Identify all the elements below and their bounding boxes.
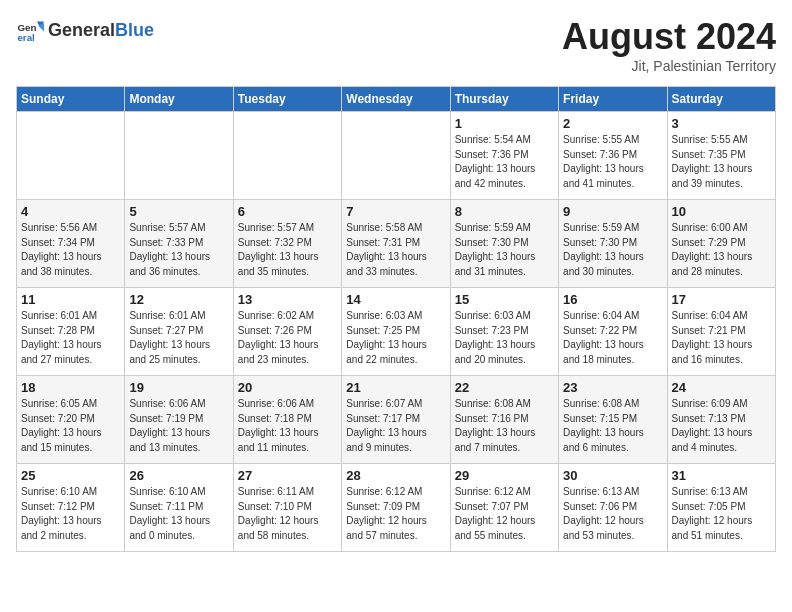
day-info: Sunrise: 6:03 AM Sunset: 7:25 PM Dayligh…: [346, 309, 445, 367]
day-info: Sunrise: 6:00 AM Sunset: 7:29 PM Dayligh…: [672, 221, 771, 279]
day-number: 2: [563, 116, 662, 131]
weekday-header-friday: Friday: [559, 87, 667, 112]
day-info: Sunrise: 6:13 AM Sunset: 7:05 PM Dayligh…: [672, 485, 771, 543]
day-number: 30: [563, 468, 662, 483]
day-info: Sunrise: 5:58 AM Sunset: 7:31 PM Dayligh…: [346, 221, 445, 279]
calendar-cell: 19Sunrise: 6:06 AM Sunset: 7:19 PM Dayli…: [125, 376, 233, 464]
day-number: 8: [455, 204, 554, 219]
day-number: 11: [21, 292, 120, 307]
day-number: 29: [455, 468, 554, 483]
day-number: 6: [238, 204, 337, 219]
weekday-header-wednesday: Wednesday: [342, 87, 450, 112]
day-number: 1: [455, 116, 554, 131]
calendar-cell: 18Sunrise: 6:05 AM Sunset: 7:20 PM Dayli…: [17, 376, 125, 464]
calendar-cell: 6Sunrise: 5:57 AM Sunset: 7:32 PM Daylig…: [233, 200, 341, 288]
calendar-cell: 14Sunrise: 6:03 AM Sunset: 7:25 PM Dayli…: [342, 288, 450, 376]
day-number: 7: [346, 204, 445, 219]
calendar-cell: 17Sunrise: 6:04 AM Sunset: 7:21 PM Dayli…: [667, 288, 775, 376]
day-number: 9: [563, 204, 662, 219]
logo-general-text: General: [48, 20, 115, 40]
day-info: Sunrise: 5:59 AM Sunset: 7:30 PM Dayligh…: [455, 221, 554, 279]
day-number: 18: [21, 380, 120, 395]
calendar-week-row: 4Sunrise: 5:56 AM Sunset: 7:34 PM Daylig…: [17, 200, 776, 288]
day-number: 15: [455, 292, 554, 307]
weekday-header-sunday: Sunday: [17, 87, 125, 112]
calendar-cell: 28Sunrise: 6:12 AM Sunset: 7:09 PM Dayli…: [342, 464, 450, 552]
day-number: 20: [238, 380, 337, 395]
calendar-cell: 26Sunrise: 6:10 AM Sunset: 7:11 PM Dayli…: [125, 464, 233, 552]
calendar-cell: 20Sunrise: 6:06 AM Sunset: 7:18 PM Dayli…: [233, 376, 341, 464]
calendar-cell: 25Sunrise: 6:10 AM Sunset: 7:12 PM Dayli…: [17, 464, 125, 552]
calendar-cell: 2Sunrise: 5:55 AM Sunset: 7:36 PM Daylig…: [559, 112, 667, 200]
month-year: August 2024: [562, 16, 776, 58]
day-info: Sunrise: 6:10 AM Sunset: 7:12 PM Dayligh…: [21, 485, 120, 543]
calendar-cell: [125, 112, 233, 200]
day-number: 4: [21, 204, 120, 219]
calendar-cell: 9Sunrise: 5:59 AM Sunset: 7:30 PM Daylig…: [559, 200, 667, 288]
calendar-cell: 4Sunrise: 5:56 AM Sunset: 7:34 PM Daylig…: [17, 200, 125, 288]
day-number: 27: [238, 468, 337, 483]
day-info: Sunrise: 6:12 AM Sunset: 7:09 PM Dayligh…: [346, 485, 445, 543]
svg-text:eral: eral: [17, 32, 35, 43]
day-info: Sunrise: 6:04 AM Sunset: 7:21 PM Dayligh…: [672, 309, 771, 367]
day-number: 22: [455, 380, 554, 395]
day-number: 3: [672, 116, 771, 131]
day-number: 12: [129, 292, 228, 307]
calendar-cell: 29Sunrise: 6:12 AM Sunset: 7:07 PM Dayli…: [450, 464, 558, 552]
calendar-cell: 10Sunrise: 6:00 AM Sunset: 7:29 PM Dayli…: [667, 200, 775, 288]
weekday-header-monday: Monday: [125, 87, 233, 112]
day-info: Sunrise: 6:10 AM Sunset: 7:11 PM Dayligh…: [129, 485, 228, 543]
calendar-cell: 13Sunrise: 6:02 AM Sunset: 7:26 PM Dayli…: [233, 288, 341, 376]
day-info: Sunrise: 6:04 AM Sunset: 7:22 PM Dayligh…: [563, 309, 662, 367]
day-number: 24: [672, 380, 771, 395]
weekday-header-tuesday: Tuesday: [233, 87, 341, 112]
weekday-header-thursday: Thursday: [450, 87, 558, 112]
calendar-table: SundayMondayTuesdayWednesdayThursdayFrid…: [16, 86, 776, 552]
day-number: 19: [129, 380, 228, 395]
calendar-week-row: 11Sunrise: 6:01 AM Sunset: 7:28 PM Dayli…: [17, 288, 776, 376]
calendar-cell: 21Sunrise: 6:07 AM Sunset: 7:17 PM Dayli…: [342, 376, 450, 464]
day-info: Sunrise: 5:59 AM Sunset: 7:30 PM Dayligh…: [563, 221, 662, 279]
day-info: Sunrise: 6:03 AM Sunset: 7:23 PM Dayligh…: [455, 309, 554, 367]
calendar-cell: 16Sunrise: 6:04 AM Sunset: 7:22 PM Dayli…: [559, 288, 667, 376]
day-number: 10: [672, 204, 771, 219]
logo: Gen eral GeneralBlue: [16, 16, 154, 44]
calendar-cell: 24Sunrise: 6:09 AM Sunset: 7:13 PM Dayli…: [667, 376, 775, 464]
calendar-cell: 7Sunrise: 5:58 AM Sunset: 7:31 PM Daylig…: [342, 200, 450, 288]
day-number: 17: [672, 292, 771, 307]
day-info: Sunrise: 6:02 AM Sunset: 7:26 PM Dayligh…: [238, 309, 337, 367]
day-info: Sunrise: 5:55 AM Sunset: 7:35 PM Dayligh…: [672, 133, 771, 191]
logo-blue-text: Blue: [115, 20, 154, 40]
day-info: Sunrise: 6:05 AM Sunset: 7:20 PM Dayligh…: [21, 397, 120, 455]
day-info: Sunrise: 6:06 AM Sunset: 7:19 PM Dayligh…: [129, 397, 228, 455]
day-number: 26: [129, 468, 228, 483]
day-number: 14: [346, 292, 445, 307]
calendar-cell: 31Sunrise: 6:13 AM Sunset: 7:05 PM Dayli…: [667, 464, 775, 552]
calendar-cell: [17, 112, 125, 200]
day-number: 13: [238, 292, 337, 307]
location: Jit, Palestinian Territory: [562, 58, 776, 74]
calendar-cell: 11Sunrise: 6:01 AM Sunset: 7:28 PM Dayli…: [17, 288, 125, 376]
day-number: 31: [672, 468, 771, 483]
day-info: Sunrise: 5:57 AM Sunset: 7:32 PM Dayligh…: [238, 221, 337, 279]
calendar-cell: [233, 112, 341, 200]
calendar-body: 1Sunrise: 5:54 AM Sunset: 7:36 PM Daylig…: [17, 112, 776, 552]
day-info: Sunrise: 6:12 AM Sunset: 7:07 PM Dayligh…: [455, 485, 554, 543]
calendar-cell: 27Sunrise: 6:11 AM Sunset: 7:10 PM Dayli…: [233, 464, 341, 552]
calendar-cell: 12Sunrise: 6:01 AM Sunset: 7:27 PM Dayli…: [125, 288, 233, 376]
day-number: 23: [563, 380, 662, 395]
day-info: Sunrise: 6:11 AM Sunset: 7:10 PM Dayligh…: [238, 485, 337, 543]
calendar-cell: 23Sunrise: 6:08 AM Sunset: 7:15 PM Dayli…: [559, 376, 667, 464]
weekday-header-row: SundayMondayTuesdayWednesdayThursdayFrid…: [17, 87, 776, 112]
calendar-week-row: 1Sunrise: 5:54 AM Sunset: 7:36 PM Daylig…: [17, 112, 776, 200]
calendar-header: SundayMondayTuesdayWednesdayThursdayFrid…: [17, 87, 776, 112]
calendar-week-row: 25Sunrise: 6:10 AM Sunset: 7:12 PM Dayli…: [17, 464, 776, 552]
day-info: Sunrise: 6:09 AM Sunset: 7:13 PM Dayligh…: [672, 397, 771, 455]
logo-icon: Gen eral: [16, 16, 44, 44]
calendar-cell: 30Sunrise: 6:13 AM Sunset: 7:06 PM Dayli…: [559, 464, 667, 552]
day-number: 16: [563, 292, 662, 307]
day-info: Sunrise: 6:07 AM Sunset: 7:17 PM Dayligh…: [346, 397, 445, 455]
day-info: Sunrise: 6:01 AM Sunset: 7:27 PM Dayligh…: [129, 309, 228, 367]
day-number: 5: [129, 204, 228, 219]
calendar-cell: 1Sunrise: 5:54 AM Sunset: 7:36 PM Daylig…: [450, 112, 558, 200]
